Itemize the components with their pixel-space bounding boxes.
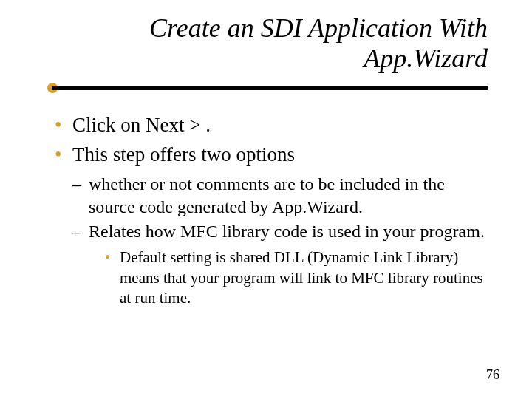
bullet-text: Relates how MFC library code is used in … [89, 222, 485, 241]
bullet-text: Default setting is shared DLL (Dynamic L… [120, 248, 483, 307]
bullet-text: This step offers two options [72, 143, 295, 166]
list-item: This step offers two options whether or … [52, 141, 488, 308]
list-item: Relates how MFC library code is used in … [72, 220, 488, 308]
list-item: whether or not comments are to be includ… [72, 173, 488, 219]
horizontal-rule [52, 86, 488, 90]
list-item: Default setting is shared DLL (Dynamic L… [105, 248, 488, 308]
bullet-text: whether or not comments are to be includ… [89, 174, 445, 216]
bullet-text: Click on Next > . [72, 114, 211, 136]
title-line-1: Create an SDI Application With [149, 13, 488, 43]
slide-title: Create an SDI Application With App.Wizar… [0, 0, 532, 82]
bullet-list-level2: whether or not comments are to be includ… [72, 173, 488, 308]
bullet-list-level3: Default setting is shared DLL (Dynamic L… [89, 248, 488, 308]
slide-body: Click on Next > . This step offers two o… [0, 91, 532, 308]
title-underline [0, 85, 532, 91]
title-line-2: App.Wizard [364, 44, 488, 73]
page-number: 76 [486, 367, 499, 383]
list-item: Click on Next > . [52, 112, 488, 138]
bullet-list-level1: Click on Next > . This step offers two o… [52, 112, 488, 308]
